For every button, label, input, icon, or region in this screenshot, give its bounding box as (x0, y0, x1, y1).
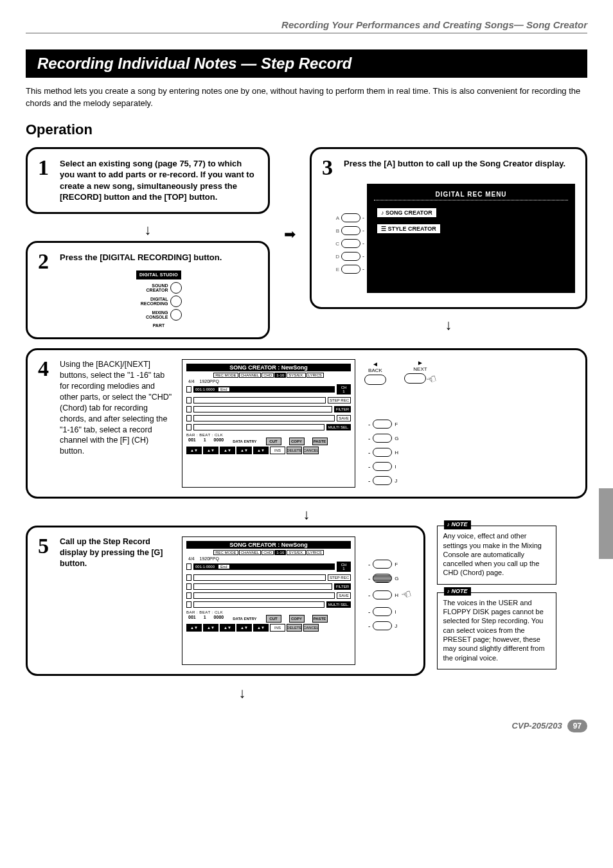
panel-group-label: DIGITAL STUDIO (136, 270, 181, 279)
step-4-text: Using the [BACK]/[NEXT] buttons, select … (60, 359, 173, 457)
lcd-title: DIGITAL REC MENU (374, 191, 568, 200)
next-button[interactable] (404, 373, 426, 384)
lcd-side-buttons: A- B- C- D- E- (327, 213, 364, 278)
bar-value: 001 (188, 438, 196, 445)
tab-sysex[interactable]: SYS/EX. (287, 373, 305, 378)
btn-updown[interactable]: ▲▼ (220, 447, 235, 454)
event-row[interactable] (193, 415, 335, 421)
step-2-text: Press the [DIGITAL RECORDING] button. (60, 252, 258, 263)
side-button-g[interactable] (373, 434, 392, 443)
down-arrow-icon: ↓ (0, 686, 587, 700)
mixing-console-button[interactable] (170, 309, 182, 321)
time-sig: 4/4 (188, 379, 195, 384)
digital-studio-panel: DIGITAL STUDIO SOUND CREATOR DIGITAL REC… (60, 268, 258, 328)
down-arrow-icon: ↓ (26, 508, 587, 522)
side-letter-a: A (336, 215, 339, 221)
tab-rec-mode[interactable]: REC MODE (213, 550, 238, 555)
side-button-d[interactable] (341, 252, 360, 261)
btn-updown[interactable]: ▲▼ (186, 447, 202, 454)
side-button-c[interactable] (341, 239, 360, 248)
song-creator-screen-2: SONG CREATOR : NewSong REC MODE CHANNEL … (182, 536, 355, 665)
tab-lyrics[interactable]: LYRICS (306, 550, 324, 555)
side-button-f[interactable] (373, 420, 392, 429)
step-5-number: 5 (38, 536, 55, 556)
back-button[interactable] (364, 375, 386, 385)
lcd-option-style-creator[interactable]: ☰ STYLE CREATOR (377, 224, 441, 234)
screen-tabs: REC MODE CHANNEL CHD 1-16 SYS/EX. LYRICS (186, 550, 351, 555)
tab-rec-mode[interactable]: REC MODE (213, 373, 238, 378)
btn-cancel[interactable]: CANCEL (303, 447, 319, 454)
btn-ins[interactable]: INS (270, 447, 285, 454)
side-button-g[interactable] (373, 574, 392, 583)
note-1-text: Any voice, effect and other settings you… (443, 532, 541, 576)
side-button-b[interactable] (341, 226, 360, 235)
digital-recording-label: DIGITAL RECORDING (136, 297, 168, 306)
pointing-hand-icon: ☜ (424, 371, 439, 388)
row-handle[interactable] (186, 386, 191, 393)
side-ch[interactable]: CH1 (337, 384, 351, 394)
side-button-f[interactable] (373, 560, 392, 569)
side-button-j[interactable] (373, 621, 392, 630)
btn-updown[interactable]: ▲▼ (236, 447, 252, 454)
btn-paste[interactable]: PASTE (312, 438, 328, 445)
side-button-j[interactable] (373, 476, 392, 485)
sound-creator-button[interactable] (170, 282, 182, 294)
down-arrow-icon: ↓ (26, 223, 270, 237)
letter-h: H (395, 450, 398, 456)
step-1-number: 1 (38, 158, 55, 178)
side-filter[interactable]: FILTER (334, 406, 351, 412)
pointing-hand-icon: ☜ (399, 587, 414, 603)
btn-updown[interactable]: ▲▼ (253, 447, 269, 454)
back-arrow-icon: ◄ (364, 360, 386, 368)
side-multi-sel[interactable]: MULTI SEL. (326, 424, 351, 430)
step-1-text: Select an existing song (page 75, 77) to… (60, 158, 258, 203)
data-entry-label: DATA ENTRY (233, 439, 256, 443)
btn-updown[interactable]: ▲▼ (203, 447, 218, 454)
row-handle[interactable] (186, 397, 191, 403)
letter-i: I (395, 464, 396, 470)
btn-cut[interactable]: CUT (266, 438, 281, 445)
btn-delete[interactable]: DELETE (287, 447, 302, 454)
tab-1-16[interactable]: 1-16 (274, 550, 286, 555)
side-button-i[interactable] (373, 462, 392, 471)
tab-1-16[interactable]: 1-16 (274, 373, 286, 378)
digital-recording-button[interactable] (170, 296, 182, 307)
event-row[interactable] (193, 406, 332, 412)
lcd-option-song-creator[interactable]: ♪ SONG CREATOR (377, 208, 437, 218)
tab-chd[interactable]: CHD (262, 550, 274, 555)
note-box-1: NOTE Any voice, effect and other setting… (437, 526, 556, 584)
tab-chd[interactable]: CHD (262, 373, 274, 378)
ppq: 1920PPQ (200, 379, 219, 384)
note-tag: NOTE (444, 520, 471, 529)
step-5-text: Call up the Step Record display by press… (60, 536, 173, 569)
side-button-i[interactable] (373, 607, 392, 616)
row-handle[interactable] (186, 415, 191, 421)
tab-sysex[interactable]: SYS/EX. (287, 550, 305, 555)
back-next-controls: ◄BACK ►NEXT☜ (364, 359, 436, 387)
step-4-number: 4 (38, 359, 55, 379)
page-number-badge: 97 (567, 720, 587, 732)
side-save[interactable]: SAVE (337, 415, 351, 421)
tab-channel[interactable]: CHANNEL (239, 373, 262, 378)
side-button-h[interactable] (373, 590, 392, 599)
side-button-e[interactable] (341, 265, 360, 274)
clk-value: 0000 (214, 438, 224, 445)
event-row-1[interactable]: 001:1:0000End (193, 386, 335, 393)
letter-f: F (395, 421, 398, 427)
screen-title: SONG CREATOR : NewSong (186, 541, 351, 549)
event-row[interactable] (193, 424, 324, 430)
side-step-rec[interactable]: STEP REC (328, 397, 351, 403)
tab-channel[interactable]: CHANNEL (239, 550, 262, 555)
row-handle[interactable] (186, 406, 191, 412)
sound-creator-label: SOUND CREATOR (136, 283, 168, 292)
screen-title: SONG CREATOR : NewSong (186, 364, 351, 371)
event-row[interactable] (193, 397, 326, 403)
btn-copy[interactable]: COPY (289, 438, 305, 445)
mixing-console-label: MIXING CONSOLE (136, 310, 168, 319)
tab-lyrics[interactable]: LYRICS (306, 373, 324, 378)
page-header: Recording Your Performances and Creating… (26, 19, 587, 33)
screen-tabs: REC MODE CHANNEL CHD 1-16 SYS/EX. LYRICS (186, 373, 351, 378)
side-button-a[interactable] (341, 213, 360, 222)
row-handle[interactable] (186, 424, 191, 430)
side-button-h[interactable] (373, 448, 392, 457)
